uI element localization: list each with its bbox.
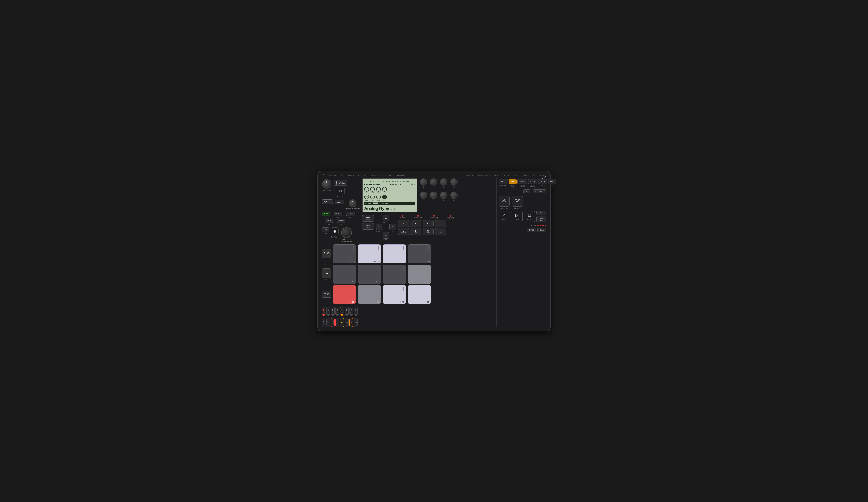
device-body: Main Volume ▌ Direct ⊡ Save Project <box>322 178 546 327</box>
step-3[interactable]: 3 RS <box>331 307 335 316</box>
nav-down[interactable]: ∨ <box>383 232 389 239</box>
mute-seq-button[interactable]: MUTE <box>333 212 342 216</box>
trk-button[interactable]: TRK <box>322 268 331 278</box>
step-14[interactable]: 14 <box>345 318 349 327</box>
pattern-d[interactable]: D <box>435 220 446 227</box>
pad-10[interactable]: 10 OH <box>358 244 381 263</box>
direct-jump-label: Direct Jump <box>430 217 438 218</box>
func-button[interactable]: FUNC <box>322 248 331 258</box>
qper-button[interactable]: QPER <box>322 199 333 204</box>
trig-mute-label: Trig Mute <box>400 232 406 234</box>
tap-tempo-button[interactable]: ⌚ <box>331 227 339 235</box>
main-volume-section: Main Volume <box>322 179 331 191</box>
nav-right[interactable]: > <box>390 224 396 230</box>
rtrg-button[interactable]: RTRG <box>322 291 331 297</box>
new-chain-button[interactable] <box>499 196 510 207</box>
pad-5[interactable]: 5 BT <box>333 265 356 284</box>
pattern-h[interactable]: H Slide <box>435 228 446 235</box>
clear-button[interactable]: ▷ Clear <box>511 211 523 223</box>
pad-8[interactable]: 8 HT <box>408 265 431 284</box>
pattern-c[interactable]: C <box>423 220 434 227</box>
pad-1[interactable]: 1 BD <box>333 285 356 304</box>
pad-9[interactable]: 9 CH <box>333 244 356 263</box>
track-level-knob[interactable] <box>341 227 352 238</box>
sequential-label: Sequential <box>399 217 406 218</box>
src-button[interactable]: SRC <box>509 179 517 184</box>
save-project-label: Save Project <box>336 195 345 197</box>
knob-c[interactable] <box>440 178 447 186</box>
step-4[interactable]: 4 CP <box>335 307 339 316</box>
page-button[interactable]: PAGE <box>527 228 536 232</box>
knob-f[interactable] <box>430 192 437 199</box>
midi-config-button[interactable]: MIDI Config <box>533 189 546 194</box>
step-11[interactable]: 11 CY <box>331 318 335 327</box>
knob-a[interactable] <box>420 178 427 186</box>
knobs-abcd: A B C D <box>420 178 457 188</box>
pad-7[interactable]: 7 MT <box>383 265 406 284</box>
pattern-a[interactable]: A <box>398 220 409 227</box>
step-9[interactable]: 9 CH <box>322 318 326 327</box>
metronome-label: Metronome <box>323 298 330 300</box>
no-button[interactable]: NO Reload <box>362 223 374 230</box>
fx-button[interactable]: FX <box>524 189 530 194</box>
mute-button[interactable]: Mute <box>335 200 344 205</box>
step-15[interactable]: 15 <box>350 318 353 327</box>
chro-button[interactable]: CHRO <box>346 212 355 216</box>
knob-b[interactable] <box>430 178 437 186</box>
pattern-b[interactable]: B <box>410 220 421 227</box>
pattern-f[interactable]: F Accent <box>410 228 421 235</box>
main-volume-knob[interactable] <box>322 179 331 188</box>
lcd-header: 8 Voice Analog Drum Computer & Sampler <box>364 181 415 183</box>
fix-button[interactable]: FIX <box>322 227 329 232</box>
quick-perf-knob[interactable] <box>349 199 356 207</box>
knob-e-label: E <box>423 199 424 201</box>
knob-d[interactable] <box>450 178 457 186</box>
trig-button[interactable]: TRIG <box>499 179 508 184</box>
knob-f-label: F <box>433 199 434 201</box>
pager-dot-2 <box>539 225 541 226</box>
pad-2[interactable]: 2 SD <box>358 285 381 304</box>
knob-e[interactable] <box>420 192 427 199</box>
copy-button[interactable]: ○ Copy <box>499 211 510 223</box>
pattern-g[interactable]: G Swing <box>423 228 434 235</box>
fill-button[interactable]: FILL <box>536 211 546 215</box>
step-12[interactable]: 12 CB <box>335 318 339 327</box>
yes-button[interactable]: YES Save <box>362 215 374 222</box>
fltr-button[interactable]: FLTR <box>528 179 537 184</box>
smpl-button[interactable]: SMPL <box>517 179 527 184</box>
step-2[interactable]: 2 SD <box>326 307 330 316</box>
perf-button[interactable]: PERF <box>337 219 345 223</box>
step-6[interactable]: 6 LT <box>345 307 349 316</box>
nav-up[interactable]: ∧ <box>383 215 389 221</box>
paste-button[interactable]: □ Paste <box>524 211 535 223</box>
scne-button[interactable]: SCNE <box>325 219 333 223</box>
pad-4[interactable]: 4 CP <box>408 285 431 304</box>
step-10[interactable]: 10 OH <box>326 318 330 327</box>
knob-h[interactable] <box>450 192 457 199</box>
step-8[interactable]: 8 HT <box>354 307 358 316</box>
mu-time-plus-label: μTime + <box>391 230 396 232</box>
step-7[interactable]: 7 MT <box>350 307 353 316</box>
pad-11[interactable]: 11 CY <box>383 244 406 263</box>
step-5[interactable]: 5 BT <box>340 307 344 316</box>
knob-g[interactable] <box>440 192 447 199</box>
tap-tempo-label: Tap Tempo <box>331 236 338 238</box>
edit-song-button[interactable] <box>512 196 523 207</box>
lfo-button[interactable]: LFO <box>548 179 556 184</box>
io-audio-in: Audio In <box>397 174 404 176</box>
play-button[interactable]: PLAY <box>322 212 330 216</box>
step-13[interactable]: 13 <box>340 318 344 327</box>
pad-6[interactable]: 6 LT <box>358 265 381 284</box>
pad-3[interactable]: 3 RS <box>383 285 406 304</box>
nav-left[interactable]: < <box>376 224 382 230</box>
step-1[interactable]: 1 BD <box>322 307 326 316</box>
cue-fill-button[interactable]: Cue Fill <box>536 216 546 222</box>
pattern-e[interactable]: E Trig Mute <box>398 228 409 235</box>
direct-button[interactable]: ▌ Direct <box>333 180 347 186</box>
step-16[interactable]: 16 <box>354 318 358 327</box>
lcd-kit-name: K109:CINDER <box>364 183 380 186</box>
elektron-logo: ⟋ <box>541 175 547 180</box>
scale-button[interactable]: Scale <box>537 228 546 232</box>
pad-12[interactable]: 12 CB <box>408 244 431 263</box>
save-project-button[interactable]: ⊡ <box>337 187 344 195</box>
